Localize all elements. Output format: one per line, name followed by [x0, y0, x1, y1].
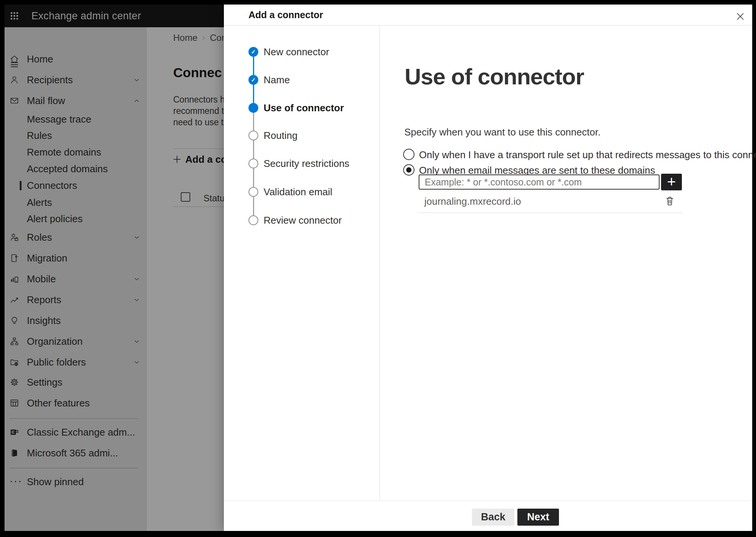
close-icon	[735, 11, 745, 22]
dialog-header-divider	[224, 25, 752, 26]
step-connector-line	[253, 140, 254, 159]
step-circle-completed: ✓	[248, 75, 258, 85]
wizard-instruction: Specify when you want to use this connec…	[404, 126, 601, 138]
step-review-connector[interactable]: Review connector	[264, 215, 342, 226]
dialog-title: Add a connector	[248, 5, 323, 25]
close-button[interactable]	[733, 9, 747, 23]
step-circle-completed: ✓	[248, 47, 258, 57]
step-circle-pending	[248, 215, 258, 225]
plus-icon: +	[667, 173, 676, 190]
domain-row-divider	[419, 212, 683, 213]
delete-domain-button[interactable]	[664, 195, 675, 207]
step-connector-line	[253, 197, 254, 215]
step-security-restrictions[interactable]: Security restrictions	[264, 158, 349, 169]
step-use-of-connector[interactable]: Use of connector	[264, 102, 344, 114]
radio-transport-rule[interactable]	[403, 149, 414, 160]
next-button[interactable]: Next	[517, 509, 559, 526]
add-domain-button[interactable]: +	[661, 174, 682, 190]
step-connector-line	[253, 113, 254, 131]
step-circle-pending	[248, 159, 258, 168]
trash-icon	[664, 195, 675, 207]
back-button[interactable]: Back	[472, 509, 514, 526]
step-connector-line	[253, 57, 254, 75]
step-new-connector[interactable]: New connector	[264, 46, 329, 58]
step-circle-pending	[248, 131, 258, 140]
screen: Exchange admin center Home Recipients Ma…	[0, 0, 756, 537]
dialog-footer-divider	[224, 500, 752, 501]
wizard-page-heading: Use of connector	[405, 64, 584, 90]
step-circle-current	[248, 103, 258, 113]
step-routing[interactable]: Routing	[264, 130, 298, 141]
steps-content-divider	[379, 26, 380, 500]
step-validation-email[interactable]: Validation email	[264, 186, 332, 198]
check-icon: ✓	[251, 48, 256, 55]
domain-list-item: journaling.mxrecord.io	[424, 196, 521, 207]
radio-sent-to-domains[interactable]	[403, 164, 414, 176]
step-name[interactable]: Name	[264, 74, 290, 86]
add-connector-dialog: Add a connector ✓ New connector ✓ Name U…	[224, 5, 752, 531]
step-circle-pending	[248, 187, 258, 197]
step-connector-line	[253, 168, 254, 187]
check-icon: ✓	[251, 76, 256, 83]
domain-input[interactable]	[419, 174, 660, 190]
radio-transport-rule-label[interactable]: Only when I have a transport rule set up…	[419, 149, 756, 161]
step-connector-line	[253, 85, 254, 103]
